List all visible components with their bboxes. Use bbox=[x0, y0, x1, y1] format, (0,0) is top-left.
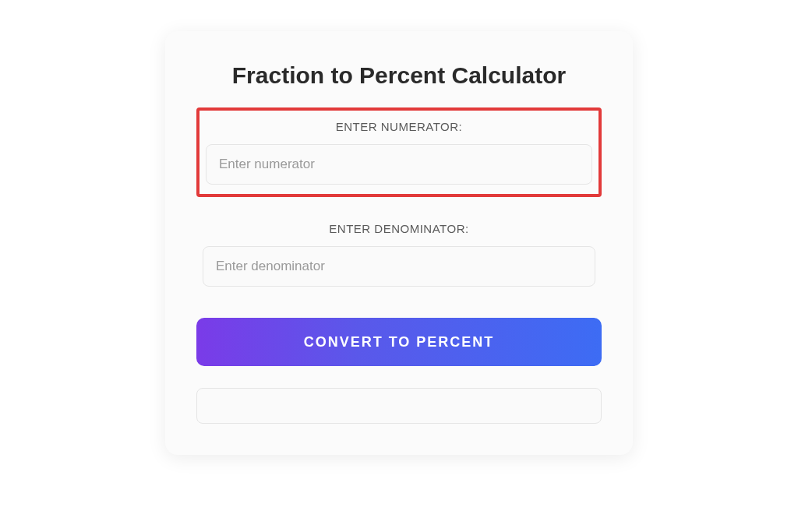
result-output bbox=[196, 388, 602, 424]
calculator-card: Fraction to Percent Calculator ENTER NUM… bbox=[165, 31, 633, 455]
denominator-label: ENTER DENOMINATOR: bbox=[203, 222, 595, 235]
numerator-label: ENTER NUMERATOR: bbox=[206, 120, 592, 133]
denominator-input[interactable] bbox=[203, 246, 595, 287]
page-title: Fraction to Percent Calculator bbox=[196, 62, 602, 89]
numerator-field-group: ENTER NUMERATOR: bbox=[196, 107, 602, 197]
denominator-field-group: ENTER DENOMINATOR: bbox=[196, 213, 602, 296]
convert-button[interactable]: CONVERT TO PERCENT bbox=[196, 318, 602, 366]
numerator-input[interactable] bbox=[206, 144, 592, 185]
